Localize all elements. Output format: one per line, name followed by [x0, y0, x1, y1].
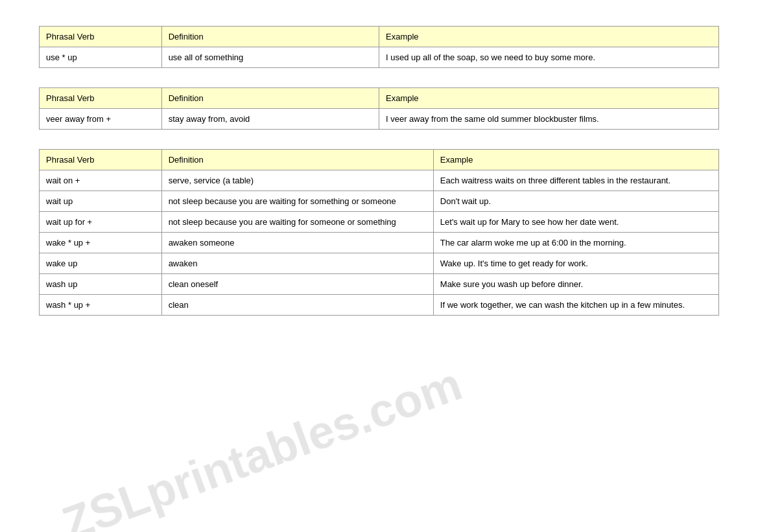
- example-cell: Make sure you wash up before dinner.: [433, 274, 718, 295]
- example-cell: Each waitress waits on three different t…: [433, 170, 718, 191]
- table-use-up-wrapper: Phrasal Verb Definition Example use * up…: [39, 26, 719, 68]
- header-example-3: Example: [433, 150, 718, 170]
- definition-cell: awaken: [161, 253, 433, 274]
- definition-cell: serve, service (a table): [161, 170, 433, 191]
- table-row: veer away from + stay away from, avoid I…: [40, 109, 719, 130]
- header-definition-1: Definition: [161, 27, 379, 47]
- definition-cell: awaken someone: [161, 233, 433, 253]
- header-phrasal-3: Phrasal Verb: [40, 150, 162, 170]
- header-definition-3: Definition: [161, 150, 433, 170]
- definition-cell: not sleep because you are waiting for so…: [161, 191, 433, 212]
- example-cell: The car alarm woke me up at 6:00 in the …: [433, 233, 718, 253]
- phrasal-verb-cell: veer away from +: [40, 109, 162, 130]
- table-use-up: Phrasal Verb Definition Example use * up…: [39, 26, 719, 68]
- phrasal-verb-cell: wait up for +: [40, 212, 162, 233]
- table-row: wake * up +awaken someoneThe car alarm w…: [40, 233, 719, 253]
- phrasal-verb-cell: wait on +: [40, 170, 162, 191]
- phrasal-verb-cell: wake up: [40, 253, 162, 274]
- definition-cell: use all of something: [161, 47, 379, 68]
- table-row: wake upawakenWake up. It's time to get r…: [40, 253, 719, 274]
- example-cell: Don't wait up.: [433, 191, 718, 212]
- header-definition-2: Definition: [161, 88, 379, 109]
- header-example-2: Example: [379, 88, 718, 109]
- example-cell: Wake up. It's time to get ready for work…: [433, 253, 718, 274]
- table-row: wash upclean oneselfMake sure you wash u…: [40, 274, 719, 295]
- table-row: wait upnot sleep because you are waiting…: [40, 191, 719, 212]
- watermark: ZSLprintables.com: [56, 357, 469, 532]
- example-cell: If we work together, we can wash the kit…: [433, 295, 718, 316]
- table-row: wash * up +cleanIf we work together, we …: [40, 295, 719, 316]
- definition-cell: stay away from, avoid: [161, 109, 379, 130]
- example-cell: I used up all of the soap, so we need to…: [379, 47, 718, 68]
- table-wait-wash: Phrasal Verb Definition Example wait on …: [39, 149, 719, 316]
- phrasal-verb-cell: wake * up +: [40, 233, 162, 253]
- table-row: wait on +serve, service (a table)Each wa…: [40, 170, 719, 191]
- header-phrasal-2: Phrasal Verb: [40, 88, 162, 109]
- definition-cell: clean: [161, 295, 433, 316]
- table-wait-wash-wrapper: Phrasal Verb Definition Example wait on …: [39, 149, 719, 316]
- header-example-1: Example: [379, 27, 718, 47]
- phrasal-verb-cell: wash * up +: [40, 295, 162, 316]
- phrasal-verb-cell: use * up: [40, 47, 162, 68]
- example-cell: I veer away from the same old summer blo…: [379, 109, 718, 130]
- table-row: use * up use all of something I used up …: [40, 47, 719, 68]
- header-phrasal-1: Phrasal Verb: [40, 27, 162, 47]
- definition-cell: not sleep because you are waiting for so…: [161, 212, 433, 233]
- phrasal-verb-cell: wait up: [40, 191, 162, 212]
- table-veer-wrapper: Phrasal Verb Definition Example veer awa…: [39, 87, 719, 130]
- table-row: wait up for +not sleep because you are w…: [40, 212, 719, 233]
- example-cell: Let's wait up for Mary to see how her da…: [433, 212, 718, 233]
- definition-cell: clean oneself: [161, 274, 433, 295]
- table-veer: Phrasal Verb Definition Example veer awa…: [39, 87, 719, 130]
- phrasal-verb-cell: wash up: [40, 274, 162, 295]
